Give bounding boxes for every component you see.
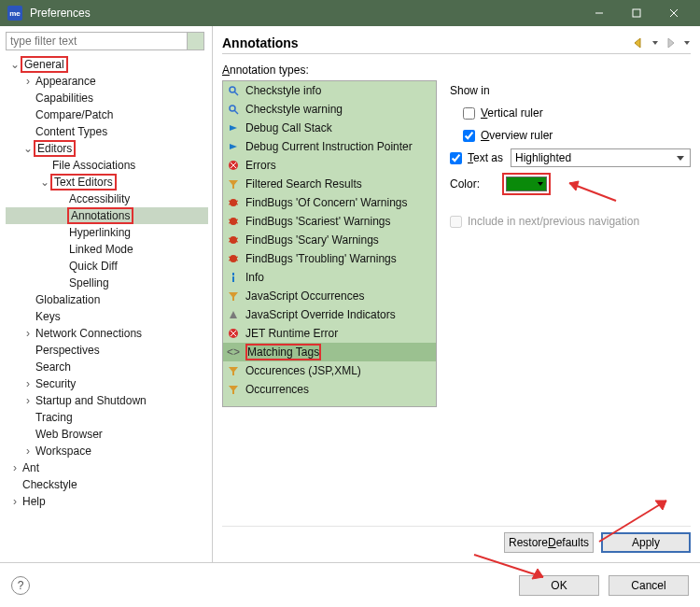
- minimize-button[interactable]: [581, 0, 618, 26]
- chevron-right-icon: ›: [22, 445, 34, 458]
- tree-item[interactable]: Perspectives: [6, 342, 208, 359]
- forward-button[interactable]: [665, 37, 678, 49]
- tree-item[interactable]: Capabilities: [6, 90, 208, 106]
- chevron-right-icon: ›: [22, 327, 34, 340]
- annotation-item-label: FindBugs 'Scary' Warnings: [245, 233, 379, 247]
- tree-item[interactable]: ›Startup and Shutdown: [6, 392, 208, 409]
- tree-item[interactable]: ⌄General: [6, 56, 208, 73]
- arrow-icon: [227, 140, 240, 153]
- tree-item[interactable]: Keys: [6, 308, 208, 325]
- restore-defaults-button[interactable]: Restore Defaults: [504, 532, 594, 553]
- annotation-item-label: Checkstyle info: [245, 84, 321, 97]
- tree-item-label: Tracing: [34, 411, 75, 424]
- bug-icon: [227, 196, 240, 209]
- app-icon: me: [7, 6, 22, 21]
- tree-item[interactable]: Annotations: [6, 207, 208, 224]
- svg-point-23: [230, 218, 237, 225]
- svg-marker-41: [230, 311, 237, 318]
- annotation-item[interactable]: Errors: [223, 156, 436, 175]
- annotation-item[interactable]: FindBugs 'Of Concern' Warnings: [223, 193, 436, 212]
- ok-button[interactable]: OK: [519, 575, 599, 596]
- include-nav-checkbox[interactable]: Include in next/previous navigation: [450, 215, 639, 228]
- annotation-item[interactable]: Occurences (JSP,XML): [223, 361, 436, 380]
- annotation-item[interactable]: Checkstyle warning: [223, 100, 436, 119]
- cancel-button[interactable]: Cancel: [609, 575, 689, 596]
- dialog-footer: ? OK Cancel: [0, 562, 700, 607]
- tree-item[interactable]: File Associations: [6, 157, 208, 174]
- annotation-item[interactable]: Checkstyle info: [223, 81, 436, 100]
- annotation-item[interactable]: Info: [223, 268, 436, 287]
- tree-item-label: Capabilities: [34, 92, 95, 105]
- tree-item[interactable]: ›Security: [6, 375, 208, 392]
- tree-item[interactable]: Web Browser: [6, 426, 208, 443]
- color-picker[interactable]: [506, 176, 547, 191]
- color-label: Color:: [450, 177, 502, 191]
- annotation-item[interactable]: FindBugs 'Scariest' Warnings: [223, 212, 436, 231]
- tree-item[interactable]: ›Ant: [6, 459, 208, 476]
- page-title: Annotations: [222, 35, 633, 50]
- text-as-combo[interactable]: Highlighted: [511, 148, 691, 167]
- help-icon[interactable]: ?: [11, 576, 30, 595]
- tree-item[interactable]: Tracing: [6, 409, 208, 426]
- tree-item[interactable]: ›Appearance: [6, 73, 208, 90]
- annotation-item[interactable]: JavaScript Override Indicators: [223, 305, 436, 324]
- annotation-item-label: JavaScript Occurrences: [245, 289, 364, 303]
- svg-marker-7: [684, 41, 690, 45]
- annotation-item[interactable]: Filtered Search Results: [223, 175, 436, 193]
- close-button[interactable]: [655, 0, 693, 26]
- maximize-button[interactable]: [618, 0, 655, 26]
- annotation-item[interactable]: Debug Call Stack: [223, 119, 436, 137]
- tree-item[interactable]: ›Help: [6, 493, 208, 510]
- preference-tree[interactable]: ⌄General›AppearanceCapabilitiesCompare/P…: [6, 56, 212, 557]
- annotation-item[interactable]: FindBugs 'Scary' Warnings: [223, 231, 436, 249]
- back-menu-button[interactable]: [651, 37, 659, 49]
- vertical-ruler-checkbox[interactable]: Vertical ruler: [463, 106, 543, 120]
- forward-menu-button[interactable]: [683, 37, 691, 49]
- tree-item[interactable]: ⌄Editors: [6, 140, 208, 157]
- tree-item[interactable]: Hyperlinking: [6, 224, 208, 241]
- filter-input[interactable]: [6, 32, 188, 50]
- annotation-item[interactable]: JET Runtime Error: [223, 324, 436, 343]
- back-button[interactable]: [633, 37, 646, 49]
- annotation-item[interactable]: Debug Current Instruction Pointer: [223, 137, 436, 156]
- filter-clear-button[interactable]: [188, 32, 204, 50]
- tree-item-label: Globalization: [34, 293, 102, 306]
- tree-item[interactable]: Quick Diff: [6, 258, 208, 275]
- tree-item[interactable]: Spelling: [6, 275, 208, 291]
- annotation-item[interactable]: JavaScript Occurrences: [223, 287, 436, 305]
- tree-item[interactable]: Globalization: [6, 291, 208, 308]
- apply-button[interactable]: Apply: [601, 532, 691, 553]
- chevron-right-icon: ›: [9, 495, 21, 508]
- tree-item-label: Quick Diff: [67, 260, 119, 273]
- tags-icon: <>: [227, 346, 240, 359]
- text-as-checkbox[interactable]: Text as: [450, 151, 503, 164]
- annotation-item[interactable]: Occurrences: [223, 380, 436, 399]
- tree-item[interactable]: Accessibility: [6, 191, 208, 207]
- tree-item-label: Linked Mode: [67, 243, 135, 256]
- tree-item[interactable]: ⌄Text Editors: [6, 174, 208, 191]
- info-icon: [227, 271, 240, 284]
- chevron-right-icon: ›: [22, 394, 34, 407]
- overview-ruler-checkbox[interactable]: Overview ruler: [463, 129, 553, 142]
- svg-marker-13: [230, 144, 237, 149]
- search-icon: [227, 84, 240, 97]
- tree-item[interactable]: Linked Mode: [6, 241, 208, 258]
- tree-item-label: Startup and Shutdown: [34, 394, 148, 407]
- tree-item-label: General: [21, 56, 68, 73]
- tree-item[interactable]: Search: [6, 359, 208, 375]
- svg-text:<>: <>: [227, 346, 240, 358]
- chevron-down-icon: ⌄: [22, 142, 34, 155]
- tree-item[interactable]: Content Types: [6, 123, 208, 140]
- tree-item-label: Checkstyle: [21, 478, 79, 491]
- svg-marker-46: [229, 367, 238, 375]
- tree-item[interactable]: ›Workspace: [6, 443, 208, 459]
- annotation-item[interactable]: <>Matching Tags: [223, 343, 436, 361]
- annotation-item[interactable]: FindBugs 'Troubling' Warnings: [223, 249, 436, 268]
- chevron-right-icon: ›: [9, 461, 21, 474]
- tree-item[interactable]: Checkstyle: [6, 476, 208, 493]
- annotation-types-list[interactable]: Checkstyle infoCheckstyle warningDebug C…: [222, 80, 437, 407]
- left-pane: ⌄General›AppearanceCapabilitiesCompare/P…: [0, 26, 213, 562]
- tree-item[interactable]: ›Network Connections: [6, 325, 208, 342]
- tree-item[interactable]: Compare/Patch: [6, 106, 208, 123]
- tree-item-label: Text Editors: [50, 174, 117, 191]
